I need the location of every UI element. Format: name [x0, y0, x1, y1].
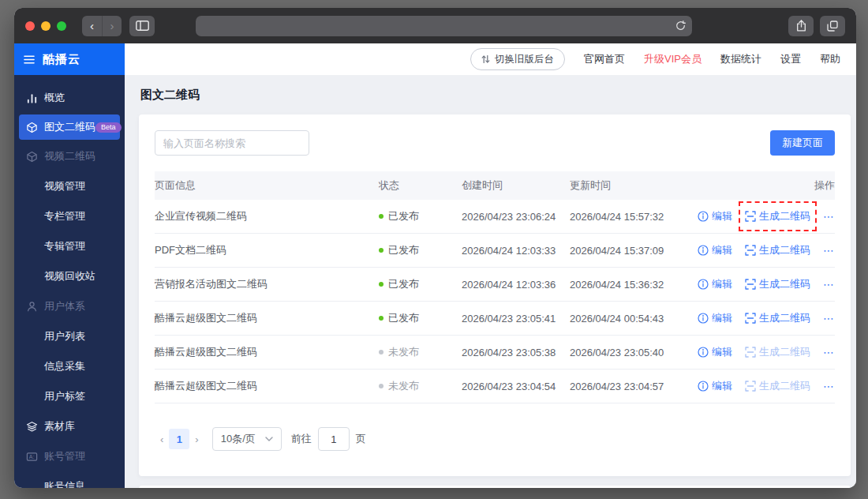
edit-button[interactable]: 编辑 [698, 243, 732, 257]
pagination: ‹ 1 › 10条/页 前往 页 [155, 427, 835, 451]
id-card-icon: A: [25, 450, 38, 463]
more-actions-button[interactable]: ⋯ [823, 347, 835, 358]
address-bar[interactable] [196, 16, 692, 36]
hamburger-menu-icon[interactable] [24, 55, 35, 64]
sidebar-item-material-library[interactable]: 素材库 [14, 411, 125, 441]
edit-button[interactable]: 编辑 [698, 209, 732, 223]
nav-link-settings[interactable]: 设置 [780, 52, 801, 66]
forward-button[interactable]: › [102, 16, 122, 36]
sidebar-item-label: 用户体系 [44, 299, 85, 313]
sidebar-item-video-qr[interactable]: 视频二维码 [14, 141, 125, 171]
table-row: 酷播云超级图文二维码 未发布 2026/04/23 23:04:54 2026/… [155, 370, 835, 403]
app-frame: 酷播云 概览 图文二维 [14, 43, 856, 488]
search-input[interactable] [155, 130, 309, 156]
page-size-value: 10条/页 [221, 432, 256, 446]
generate-qr-button[interactable]: 生成二维码 [745, 311, 810, 325]
chevron-down-icon [265, 437, 273, 441]
generate-qr-button[interactable]: 生成二维码 [745, 277, 810, 291]
table-row: 酷播云超级图文二维码 已发布 2026/04/23 23:05:41 2026/… [155, 302, 835, 336]
sidebar-item-column-management[interactable]: 专栏管理 [14, 201, 125, 231]
nav-link-official-site[interactable]: 官网首页 [584, 52, 625, 66]
row-actions: 编辑 生成二维码 ⋯ [698, 311, 835, 325]
table-row: 营销报名活动图文二维码 已发布 2026/04/24 12:03:36 2026… [155, 268, 835, 302]
info-icon [698, 211, 709, 222]
sidebar-item-user-tags[interactable]: 用户标签 [14, 381, 125, 411]
switch-legacy-label: 切换旧版后台 [495, 53, 554, 66]
status-dot-published [379, 282, 383, 287]
more-actions-button[interactable]: ⋯ [823, 245, 835, 256]
status-dot-published [379, 214, 383, 219]
nav-link-upgrade-vip[interactable]: 升级VIP会员 [644, 52, 702, 66]
created-time: 2026/04/23 23:04:54 [462, 381, 570, 392]
close-window-button[interactable] [25, 21, 35, 31]
next-page-button[interactable]: › [189, 433, 204, 445]
switch-legacy-backend-button[interactable]: 切换旧版后台 [470, 48, 565, 70]
updated-time: 2026/04/24 15:37:09 [570, 245, 698, 257]
column-header-actions: 操作 [814, 178, 835, 193]
edit-button[interactable]: 编辑 [698, 379, 732, 393]
more-actions-button[interactable]: ⋯ [823, 381, 835, 392]
new-page-button[interactable]: 新建页面 [770, 130, 835, 156]
goto-suffix-label: 页 [356, 432, 366, 446]
sidebar-item-account-management[interactable]: A: 账号管理 [14, 441, 125, 471]
status-cell: 已发布 [379, 277, 462, 291]
prev-page-button[interactable]: ‹ [155, 433, 169, 445]
toolbar-right [788, 16, 845, 36]
page-name: PDF文档二维码 [155, 243, 379, 257]
generate-qr-button-disabled: 生成二维码 [745, 379, 810, 393]
more-actions-button[interactable]: ⋯ [823, 279, 835, 290]
created-time: 2026/04/23 23:06:24 [462, 211, 570, 223]
sidebar-item-video-recycle-bin[interactable]: 视频回收站 [14, 261, 125, 291]
goto-page-input[interactable] [318, 427, 350, 451]
browser-toolbar: ‹ › [14, 8, 856, 43]
more-actions-button[interactable]: ⋯ [823, 313, 835, 324]
status-text: 已发布 [388, 243, 419, 257]
page-number-1[interactable]: 1 [169, 429, 189, 449]
generate-qr-button[interactable]: 生成二维码 [745, 243, 810, 257]
sidebar-item-overview[interactable]: 概览 [14, 83, 125, 113]
generate-qr-button[interactable]: 生成二维码 [745, 209, 810, 223]
page-name: 酷播云超级图文二维码 [155, 345, 379, 359]
minimize-window-button[interactable] [41, 21, 51, 31]
cube-icon [25, 150, 38, 163]
edit-button[interactable]: 编辑 [698, 277, 732, 291]
status-dot-published [379, 316, 383, 321]
status-text: 未发布 [388, 379, 419, 393]
more-actions-button[interactable]: ⋯ [823, 211, 835, 222]
status-text: 已发布 [388, 311, 419, 325]
sidebar-item-user-system[interactable]: 用户体系 [14, 291, 125, 321]
bar-chart-icon [25, 92, 38, 104]
zoom-window-button[interactable] [57, 21, 66, 31]
sidebar-item-info-collection[interactable]: 信息采集 [14, 351, 125, 381]
tab-overview-button[interactable] [820, 16, 845, 36]
nav-link-data-statistics[interactable]: 数据统计 [720, 52, 761, 66]
page-name: 企业宣传视频二维码 [155, 209, 379, 223]
share-icon [796, 20, 806, 32]
sidebar: 酷播云 概览 图文二维 [14, 43, 125, 488]
goto-page: 前往 页 [291, 427, 366, 451]
created-time: 2026/04/24 12:03:33 [462, 245, 570, 257]
sidebar-item-user-list[interactable]: 用户列表 [14, 321, 125, 351]
refresh-icon[interactable] [675, 21, 686, 31]
sidebar-item-label: 概览 [44, 91, 65, 105]
edit-button[interactable]: 编辑 [698, 345, 732, 359]
column-header-page-info: 页面信息 [155, 178, 379, 193]
page-title: 图文二维码 [140, 88, 851, 103]
generate-qr-button-disabled: 生成二维码 [745, 345, 810, 359]
sidebar-item-image-text-qr[interactable]: 图文二维码 Beta [19, 114, 120, 140]
sidebar-item-album-management[interactable]: 专辑管理 [14, 231, 125, 261]
sidebar-item-video-management[interactable]: 视频管理 [14, 171, 125, 201]
sidebar-item-account-info[interactable]: 账号信息 [14, 471, 125, 488]
user-icon [25, 300, 38, 313]
updated-time: 2026/04/24 15:57:32 [570, 211, 698, 223]
edit-button[interactable]: 编辑 [698, 311, 732, 325]
back-button[interactable]: ‹ [82, 16, 102, 36]
created-time: 2026/04/24 12:03:36 [462, 279, 570, 291]
share-button[interactable] [788, 16, 814, 36]
page-name: 酷播云超级图文二维码 [155, 311, 379, 325]
sidebar-toggle-button[interactable] [129, 16, 155, 36]
nav-link-help[interactable]: 帮助 [820, 52, 840, 66]
row-actions: 编辑 生成二维码 ⋯ [698, 277, 835, 291]
page-size-select[interactable]: 10条/页 [212, 427, 282, 451]
page-name: 酷播云超级图文二维码 [155, 379, 379, 393]
